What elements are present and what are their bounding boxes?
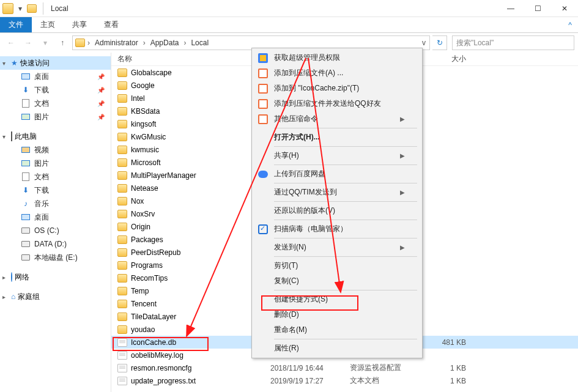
sidebar-item-downloads[interactable]: ⬇下载📌 <box>0 83 111 97</box>
ctx-admin[interactable]: 获取超级管理员权限 <box>253 50 421 65</box>
folder-icon <box>117 325 127 334</box>
ctx-qqtim[interactable]: 通过QQ/TIM发送到▶ <box>253 185 421 200</box>
breadcrumb-seg[interactable]: AppData <box>147 39 183 47</box>
ctx-other-zip[interactable]: 其他压缩命令▶ <box>253 111 421 127</box>
star-icon: ★ <box>11 59 18 67</box>
folder-icon <box>117 248 127 257</box>
qat-down-icon[interactable]: ▾ <box>16 4 24 13</box>
tab-share[interactable]: 共享 <box>64 17 95 32</box>
tab-home[interactable]: 主页 <box>32 17 64 32</box>
ribbon-tabs: 文件 主页 共享 查看 ^ <box>0 17 578 33</box>
file-name: kingsoft <box>131 120 156 128</box>
sidebar-this-pc[interactable]: ▾ 此电脑 <box>0 130 111 143</box>
folder-icon <box>117 210 127 218</box>
sidebar-item-documents[interactable]: 文档 <box>0 170 111 183</box>
title-bar: ▾ Local — ☐ ✕ <box>0 0 578 17</box>
search-placeholder: 搜索"Local" <box>456 38 494 48</box>
file-name: Globalscape <box>131 68 172 77</box>
chevron-down-icon[interactable]: ▾ <box>2 60 9 67</box>
up-button[interactable]: ↑ <box>55 35 70 50</box>
ctx-open-with[interactable]: 打开方式(H)... <box>253 130 421 145</box>
chevron-right-icon[interactable]: › <box>142 39 147 47</box>
sidebar-item-drive-c[interactable]: OS (C:) <box>0 224 111 237</box>
ctx-share[interactable]: 共享(H)▶ <box>253 148 421 163</box>
sidebar-item-videos[interactable]: 视频 <box>0 143 111 157</box>
forward-button[interactable]: → <box>21 35 35 50</box>
breadcrumb-down-icon[interactable]: v <box>421 39 427 47</box>
column-size[interactable]: 大小 <box>423 54 472 64</box>
folder-icon <box>117 300 127 308</box>
ctx-sendto[interactable]: 发送到(N)▶ <box>253 240 421 255</box>
sidebar-item-drive-e[interactable]: 本地磁盘 (E:) <box>0 251 111 264</box>
ctx-copy[interactable]: 复制(C) <box>253 273 421 289</box>
file-name: Origin <box>131 223 150 231</box>
cloud-icon <box>258 171 268 178</box>
maximize-button[interactable]: ☐ <box>524 0 551 17</box>
ctx-add-zip-send[interactable]: 添加到压缩文件并发送给QQ好友 <box>253 96 421 111</box>
ctx-cut[interactable]: 剪切(T) <box>253 258 421 273</box>
sidebar-quick-access[interactable]: ▾ ★ 快速访问 <box>0 56 111 70</box>
chevron-right-icon: ▶ <box>400 152 405 159</box>
sidebar-item-drive-d[interactable]: DATA (D:) <box>0 237 111 251</box>
ctx-add-zip-t[interactable]: 添加到 "IconCache.zip"(T) <box>253 81 421 96</box>
chevron-right-icon[interactable]: ▸ <box>2 274 9 281</box>
close-button[interactable]: ✕ <box>551 0 578 17</box>
ctx-rename[interactable]: 重命名(M) <box>253 322 421 338</box>
sidebar-item-pictures[interactable]: 图片📌 <box>0 110 111 124</box>
column-name[interactable]: 名称 <box>111 54 270 64</box>
sidebar-homegroup[interactable]: ▸ ⌂ 家庭组 <box>0 290 111 303</box>
sidebar-item-desktop[interactable]: 桌面 <box>0 210 111 224</box>
file-name: Microsoft <box>131 158 161 167</box>
file-name: Google <box>131 81 155 90</box>
folder-icon <box>117 81 127 90</box>
ctx-upload[interactable]: 上传到百度网盘 <box>253 166 421 182</box>
ctx-restore[interactable]: 还原以前的版本(V) <box>253 203 421 218</box>
homegroup-icon: ⌂ <box>11 292 15 301</box>
tab-file[interactable]: 文件 <box>0 17 32 32</box>
collapse-ribbon-icon[interactable]: ^ <box>562 17 578 32</box>
sidebar-item-downloads[interactable]: ⬇下载 <box>0 183 111 197</box>
archive-icon <box>258 99 268 109</box>
folder-icon <box>2 3 13 14</box>
window-title: Local <box>47 4 69 13</box>
qat-folder-icon[interactable] <box>27 4 37 13</box>
pin-icon: 📌 <box>97 114 105 120</box>
sidebar-item-documents[interactable]: 文档📌 <box>0 97 111 110</box>
history-down-icon[interactable]: ▾ <box>38 35 53 50</box>
tab-view[interactable]: 查看 <box>95 17 127 32</box>
folder-icon <box>117 261 127 270</box>
file-row[interactable]: resmon.resmoncfg2018/11/9 16:44资源监视器配置1 … <box>111 361 578 374</box>
file-name: KwGMusic <box>131 133 166 141</box>
chevron-right-icon[interactable]: › <box>182 39 187 47</box>
file-row[interactable]: update_progress.txt2019/9/19 17:27文本文档1 … <box>111 374 578 387</box>
drive-icon <box>21 227 30 234</box>
ctx-add-zip[interactable]: 添加到压缩文件(A) ... <box>253 65 421 81</box>
refresh-button[interactable]: ↻ <box>432 35 447 50</box>
chevron-right-icon[interactable]: › <box>86 39 91 47</box>
breadcrumb-seg[interactable]: Local <box>187 39 212 47</box>
chevron-right-icon[interactable]: ▸ <box>2 294 9 300</box>
breadcrumb-seg[interactable]: Administrator <box>91 39 142 47</box>
ctx-props[interactable]: 属性(R) <box>253 341 421 356</box>
file-name: Netease <box>131 184 158 193</box>
archive-icon <box>258 114 268 124</box>
video-icon <box>21 147 30 153</box>
sidebar-network[interactable]: ▸ 网络 <box>0 270 111 284</box>
chevron-right-icon: ▶ <box>400 189 405 196</box>
sidebar-item-desktop[interactable]: 桌面📌 <box>0 70 111 83</box>
pin-icon: 📌 <box>97 73 105 80</box>
folder-icon <box>117 197 127 205</box>
chevron-down-icon[interactable]: ▾ <box>2 133 9 140</box>
back-button[interactable]: ← <box>4 35 18 50</box>
file-name: Tencent <box>131 300 157 308</box>
desktop-icon <box>21 214 30 220</box>
search-input[interactable]: 搜索"Local" <box>452 35 574 50</box>
file-name: resmon.resmoncfg <box>131 364 191 372</box>
folder-icon <box>117 184 127 193</box>
minimize-button[interactable]: — <box>497 0 524 17</box>
desktop-icon <box>21 73 30 80</box>
folder-icon <box>117 107 127 116</box>
sidebar-item-music[interactable]: ♪音乐 <box>0 197 111 210</box>
sidebar-item-pictures[interactable]: 图片 <box>0 157 111 170</box>
ctx-scan[interactable]: 扫描病毒（电脑管家） <box>253 221 421 237</box>
